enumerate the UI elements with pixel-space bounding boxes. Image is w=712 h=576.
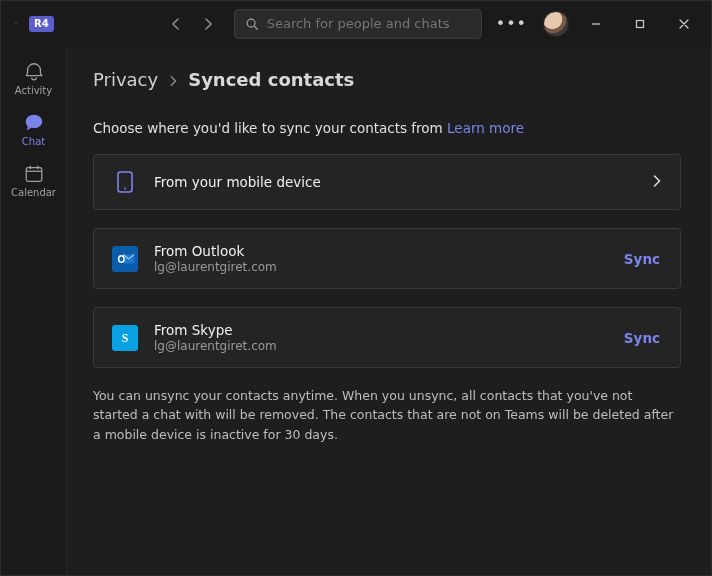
lead-text-content: Choose where you'd like to sync your con… [93, 120, 447, 136]
window-minimize-button[interactable] [579, 10, 613, 38]
rail-label: Calendar [11, 187, 56, 198]
source-text: From your mobile device [154, 174, 636, 190]
chevron-right-icon [168, 69, 178, 90]
titlebar: T R4 ••• [1, 1, 711, 47]
window-maximize-button[interactable] [623, 10, 657, 38]
search-icon [245, 17, 259, 31]
breadcrumb-parent[interactable]: Privacy [93, 69, 158, 90]
ellipsis-icon: ••• [496, 14, 527, 33]
source-text: From Skype lg@laurentgiret.com [154, 322, 606, 353]
learn-more-link[interactable]: Learn more [447, 120, 524, 136]
settings-pane: Privacy Synced contacts Choose where you… [67, 47, 711, 575]
user-avatar[interactable] [543, 11, 569, 37]
skype-icon: S [112, 325, 138, 351]
svg-rect-8 [26, 168, 42, 182]
breadcrumb-current: Synced contacts [188, 69, 354, 90]
rail-item-activity[interactable]: Activity [6, 55, 62, 100]
source-title: From Outlook [154, 243, 606, 259]
sync-button[interactable]: Sync [622, 326, 662, 350]
chat-icon [23, 112, 45, 134]
source-text: From Outlook lg@laurentgiret.com [154, 243, 606, 274]
svg-rect-7 [637, 20, 644, 27]
mobile-device-icon [112, 169, 138, 195]
svg-text:S: S [122, 331, 129, 345]
rail-label: Chat [22, 136, 45, 147]
source-title: From your mobile device [154, 174, 636, 190]
close-icon [678, 18, 690, 30]
search-input[interactable] [267, 16, 471, 31]
rail-item-chat[interactable]: Chat [6, 106, 62, 151]
minimize-icon [590, 18, 602, 30]
presence-badge: R4 [29, 16, 54, 32]
window-close-button[interactable] [667, 10, 701, 38]
footnote-text: You can unsync your contacts anytime. Wh… [93, 386, 681, 444]
search-box[interactable] [234, 9, 482, 39]
lead-text: Choose where you'd like to sync your con… [93, 120, 681, 136]
nav-back-button[interactable] [162, 10, 190, 38]
source-title: From Skype [154, 322, 606, 338]
activity-icon [23, 61, 45, 83]
outlook-icon [112, 246, 138, 272]
sync-button[interactable]: Sync [622, 247, 662, 271]
nav-forward-button[interactable] [194, 10, 222, 38]
app-rail: Activity Chat Calendar [1, 47, 67, 575]
app-window: T R4 ••• [0, 0, 712, 576]
titlebar-right: ••• [490, 10, 701, 38]
source-subtitle: lg@laurentgiret.com [154, 339, 606, 353]
svg-rect-3 [16, 23, 17, 24]
breadcrumb: Privacy Synced contacts [93, 69, 681, 90]
more-button[interactable]: ••• [490, 10, 533, 37]
chevron-right-icon [202, 18, 214, 30]
history-nav [162, 10, 222, 38]
svg-point-13 [124, 188, 126, 190]
app-body: Activity Chat Calendar Privacy Synced co… [1, 47, 711, 575]
source-row-skype: S From Skype lg@laurentgiret.com Sync [93, 307, 681, 368]
rail-label: Activity [15, 85, 52, 96]
teams-logo-icon: T [15, 14, 17, 34]
svg-line-5 [254, 26, 257, 29]
maximize-icon [634, 18, 646, 30]
source-subtitle: lg@laurentgiret.com [154, 260, 606, 274]
chevron-right-icon [652, 174, 662, 191]
source-row-outlook: From Outlook lg@laurentgiret.com Sync [93, 228, 681, 289]
calendar-icon [23, 163, 45, 185]
chevron-left-icon [170, 18, 182, 30]
source-row-mobile[interactable]: From your mobile device [93, 154, 681, 210]
rail-item-calendar[interactable]: Calendar [6, 157, 62, 202]
